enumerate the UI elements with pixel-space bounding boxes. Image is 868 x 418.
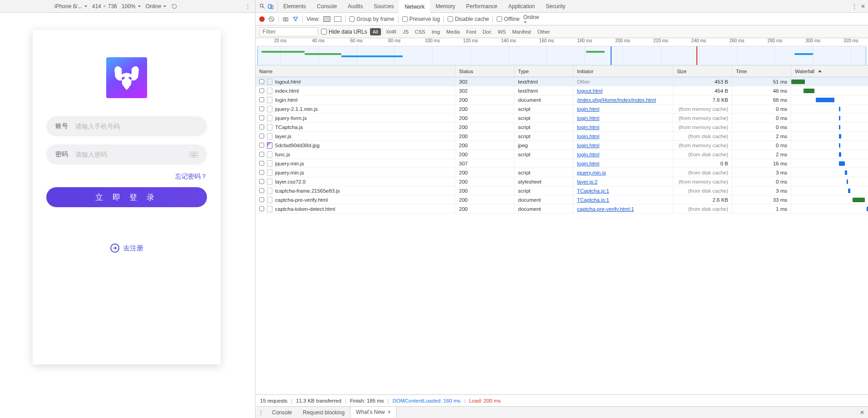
tab-elements[interactable]: Elements <box>278 0 311 12</box>
tab-security[interactable]: Security <box>540 0 571 12</box>
filter-type-font[interactable]: Font <box>464 28 479 35</box>
table-row[interactable]: login.html200document/index.php/Home/Ind… <box>256 95 868 104</box>
drawer-tab-what-s-new[interactable]: What's New × <box>350 406 397 418</box>
row-checkbox[interactable] <box>259 79 264 84</box>
initiator-link[interactable]: /index.php/Home/Index/index.html <box>577 97 656 103</box>
tab-memory[interactable]: Memory <box>430 0 460 12</box>
offline-checkbox[interactable]: Offline <box>497 16 519 22</box>
drawer-menu-icon[interactable]: ⋮ <box>256 409 266 416</box>
col-name[interactable]: Name <box>256 65 455 77</box>
network-table[interactable]: Name Status Type Initiator Size Time Wat… <box>256 65 868 394</box>
table-row[interactable]: captcha-pre-verify.html200documentTCaptc… <box>256 195 868 204</box>
tab-audits[interactable]: Audits <box>342 0 368 12</box>
filter-icon[interactable] <box>292 16 299 22</box>
col-size[interactable]: Size <box>673 65 732 77</box>
tab-performance[interactable]: Performance <box>461 0 503 12</box>
table-row[interactable]: TCaptcha.js200scriptlogin.html(from memo… <box>256 123 868 132</box>
row-checkbox[interactable] <box>259 161 264 166</box>
table-row[interactable]: layer.js200scriptlogin.html(from disk ca… <box>256 132 868 141</box>
filter-type-ws[interactable]: WS <box>495 28 509 35</box>
tab-network[interactable]: Network <box>399 0 430 12</box>
filter-type-media[interactable]: Media <box>444 28 463 35</box>
device-selector[interactable]: iPhone 6/... <box>54 3 88 10</box>
toolbar-throttle-selector[interactable]: Online <box>523 14 539 24</box>
device-dimensions[interactable]: 414 × 736 <box>92 3 117 10</box>
table-row[interactable]: 5dcfad90dd38d.jpg200jpeglogin.html(from … <box>256 141 868 150</box>
close-tab-icon[interactable]: × <box>388 409 391 415</box>
table-row[interactable]: jquery-2.1.1.min.js200scriptlogin.html(f… <box>256 104 868 114</box>
account-input[interactable] <box>75 123 198 130</box>
col-status[interactable]: Status <box>455 65 514 77</box>
disable-cache-checkbox[interactable]: Disable cache <box>448 16 489 22</box>
forgot-password-link[interactable]: 忘记密码？ <box>46 173 207 181</box>
row-checkbox[interactable] <box>259 179 264 184</box>
row-checkbox[interactable] <box>259 106 264 111</box>
table-row[interactable]: logout.html302text/htmlOther453 B51 ms <box>256 77 868 86</box>
initiator-link[interactable]: jquery.min.js <box>577 170 606 175</box>
initiator-link[interactable]: login.html <box>577 143 599 148</box>
row-checkbox[interactable] <box>259 188 264 193</box>
filter-type-js[interactable]: JS <box>400 28 411 35</box>
tab-sources[interactable]: Sources <box>368 0 399 12</box>
row-checkbox[interactable] <box>259 197 264 202</box>
initiator-link[interactable]: login.html <box>577 152 599 157</box>
devtools-close-icon[interactable]: ✕ <box>861 3 865 10</box>
rotate-icon[interactable] <box>171 3 178 10</box>
group-by-frame-checkbox[interactable]: Group by frame <box>349 16 394 22</box>
col-time[interactable]: Time <box>732 65 791 77</box>
filter-input[interactable] <box>259 27 318 36</box>
inspect-element-icon[interactable] <box>258 2 266 10</box>
filter-type-other[interactable]: Other <box>535 28 553 35</box>
timeline-overview[interactable]: 20 ms40 ms60 ms80 ms100 ms120 ms140 ms16… <box>256 38 868 65</box>
throttle-selector[interactable]: Online <box>146 3 167 10</box>
row-checkbox[interactable] <box>259 152 264 157</box>
password-field[interactable]: 密码 <box>46 144 207 164</box>
view-small-icon[interactable] <box>334 16 341 22</box>
initiator-link[interactable]: login.html <box>577 115 599 121</box>
table-row[interactable]: jquery.min.js200scriptjquery.min.js(from… <box>256 168 868 177</box>
drawer-close-icon[interactable]: ✕ <box>860 409 864 416</box>
tab-console[interactable]: Console <box>311 0 342 12</box>
table-row[interactable]: tcaptcha-frame.21565e83.js200scriptTCapt… <box>256 186 868 195</box>
drawer-tab-console[interactable]: Console <box>266 407 297 418</box>
initiator-link[interactable]: login.html <box>577 124 599 130</box>
table-row[interactable]: jquery-form.js200scriptlogin.html(from m… <box>256 114 868 123</box>
drawer-tab-request-blocking[interactable]: Request blocking <box>297 407 350 418</box>
col-initiator[interactable]: Initiator <box>573 65 673 77</box>
device-toolbar-menu[interactable]: ⋮ <box>245 3 251 10</box>
row-checkbox[interactable] <box>259 115 264 120</box>
table-row[interactable]: layer.css?2.0200stylesheetlayer.js:2(fro… <box>256 177 868 186</box>
row-checkbox[interactable] <box>259 143 264 148</box>
devtools-menu-icon[interactable]: ⋮ <box>852 3 857 10</box>
initiator-link[interactable]: captcha-pre-verify.html:1 <box>577 206 634 212</box>
row-checkbox[interactable] <box>259 134 264 139</box>
table-row[interactable]: index.html302text/htmllogout.html454 B48… <box>256 86 868 95</box>
filter-type-doc[interactable]: Doc <box>480 28 494 35</box>
row-checkbox[interactable] <box>259 88 264 93</box>
toggle-device-icon[interactable] <box>266 2 275 10</box>
row-checkbox[interactable] <box>259 170 264 175</box>
table-row[interactable]: jquery.min.js307login.html0 B16 ms <box>256 159 868 168</box>
row-checkbox[interactable] <box>259 97 264 102</box>
clear-button[interactable] <box>268 16 275 22</box>
col-waterfall[interactable]: Waterfall <box>791 65 868 77</box>
row-checkbox[interactable] <box>259 124 264 129</box>
filter-type-manifest[interactable]: Manifest <box>509 28 534 35</box>
record-button[interactable] <box>259 16 265 22</box>
zoom-selector[interactable]: 100% <box>122 3 141 10</box>
password-input[interactable] <box>75 151 190 158</box>
login-button[interactable]: 立 即 登 录 <box>46 187 207 207</box>
filter-type-xhr[interactable]: XHR <box>383 28 399 35</box>
capture-screenshot-icon[interactable] <box>282 16 289 22</box>
table-row[interactable]: func.js200scriptlogin.html(from disk cac… <box>256 150 868 159</box>
view-large-icon[interactable] <box>323 16 330 22</box>
account-field[interactable]: 账号 <box>46 116 207 136</box>
row-checkbox[interactable] <box>259 206 264 211</box>
keyboard-icon[interactable] <box>190 152 198 157</box>
filter-type-all[interactable]: All <box>370 28 381 35</box>
initiator-link[interactable]: TCaptcha.js:1 <box>577 188 609 194</box>
initiator-link[interactable]: login.html <box>577 134 599 139</box>
filter-type-css[interactable]: CSS <box>412 28 428 35</box>
filter-type-img[interactable]: Img <box>429 28 443 35</box>
preserve-log-checkbox[interactable]: Preserve log <box>402 16 440 22</box>
